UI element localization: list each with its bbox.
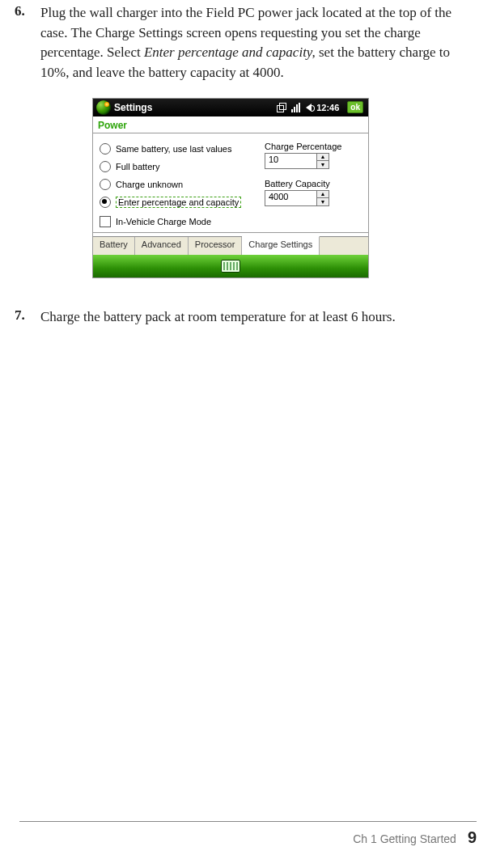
charge-percentage-value[interactable]: 10 [265, 154, 316, 168]
radio-label: Enter percentage and capacity [116, 197, 241, 208]
spinner[interactable]: ▲ ▼ [316, 154, 329, 168]
radio-label: Full battery [116, 162, 159, 171]
checkbox-label: In-Vehicle Charge Mode [116, 217, 211, 227]
charge-percentage-input[interactable]: 10 ▲ ▼ [265, 153, 329, 169]
step-6-number: 6. [15, 3, 40, 19]
spin-up-icon[interactable]: ▲ [317, 191, 329, 199]
tab-advanced[interactable]: Advanced [135, 237, 189, 255]
radio-charge-unknown[interactable]: Charge unknown [100, 176, 258, 193]
title-bar: Settings 12:46 ok [93, 99, 368, 116]
radio-icon[interactable] [100, 197, 111, 208]
radio-enter-percentage[interactable]: Enter percentage and capacity [100, 193, 258, 211]
keyboard-icon[interactable] [221, 260, 240, 273]
radio-full-battery[interactable]: Full battery [100, 158, 258, 176]
radio-same-battery[interactable]: Same battery, use last values [100, 140, 258, 158]
connectivity-icon[interactable] [277, 103, 286, 112]
in-vehicle-checkbox-row[interactable]: In-Vehicle Charge Mode [93, 213, 368, 232]
spin-down-icon[interactable]: ▼ [317, 198, 329, 205]
battery-capacity-input[interactable]: 4000 ▲ ▼ [265, 190, 329, 206]
battery-capacity-value[interactable]: 4000 [265, 191, 316, 205]
signal-icon[interactable] [291, 103, 301, 112]
radio-icon[interactable] [100, 143, 111, 155]
settings-window: Settings 12:46 ok Power Same battery, us… [92, 98, 369, 278]
spin-down-icon[interactable]: ▼ [317, 161, 329, 168]
volume-icon[interactable] [306, 104, 312, 112]
tab-processor[interactable]: Processor [189, 237, 243, 255]
step-6: 6. Plug the wall charger into the Field … [15, 3, 477, 83]
start-orb-icon[interactable] [96, 100, 111, 115]
charge-percentage-label: Charge Percentage [265, 142, 362, 151]
clock[interactable]: 12:46 [316, 103, 339, 112]
divider [93, 133, 368, 133]
radio-label: Charge unknown [116, 180, 183, 189]
radio-group: Same battery, use last values Full batte… [100, 140, 258, 211]
section-title: Power [93, 116, 368, 133]
fields-column: Charge Percentage 10 ▲ ▼ Battery Capacit… [265, 140, 362, 211]
divider [93, 232, 368, 233]
step-6-italic: Enter percentage and capacity, [144, 44, 316, 60]
step-7: 7. Charge the battery pack at room tempe… [15, 307, 477, 328]
screenshot-figure: Settings 12:46 ok Power Same battery, us… [92, 98, 477, 278]
spin-up-icon[interactable]: ▲ [317, 154, 329, 162]
radio-icon[interactable] [100, 161, 111, 172]
step-6-text: Plug the wall charger into the Field PC … [40, 3, 477, 83]
radio-label: Same battery, use last values [116, 144, 231, 154]
status-icons: 12:46 ok [277, 101, 363, 113]
radio-icon[interactable] [100, 179, 111, 190]
step-7-text: Charge the battery pack at room temperat… [40, 307, 477, 328]
page-footer: Ch 1 Getting Started 9 [19, 821, 477, 847]
battery-capacity-label: Battery Capacity [265, 179, 362, 188]
page-number: 9 [468, 828, 477, 847]
spinner[interactable]: ▲ ▼ [316, 191, 329, 205]
soft-key-bar [93, 255, 368, 277]
checkbox-icon[interactable] [100, 216, 111, 227]
tab-charge-settings[interactable]: Charge Settings [242, 236, 320, 255]
step-7-number: 7. [15, 307, 40, 324]
tab-bar: Battery Advanced Processor Charge Settin… [93, 236, 368, 255]
ok-button[interactable]: ok [347, 101, 363, 113]
window-title: Settings [114, 102, 152, 113]
tab-battery[interactable]: Battery [93, 237, 135, 255]
chapter-label: Ch 1 Getting Started [353, 832, 456, 845]
